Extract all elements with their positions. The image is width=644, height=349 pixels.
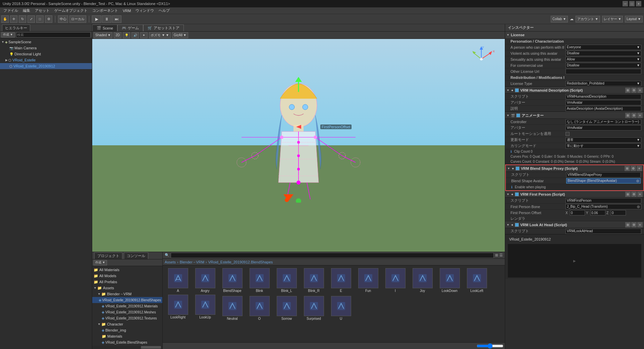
asset-item-lookdown[interactable]: LookDown	[437, 268, 462, 293]
first-person-checkbox[interactable]	[515, 192, 519, 196]
hierarchy-item-directional-light[interactable]: 💡 Directional Light	[0, 51, 92, 57]
asset-item-lookleft[interactable]: LookLeft	[464, 268, 489, 293]
asset-item-blink-l[interactable]: Blink_L	[274, 268, 299, 293]
breadcrumb-blendshapes[interactable]: VRoid_Estelle_20190912.BlendShapes	[208, 260, 273, 264]
project-tab[interactable]: プロジェクト	[94, 252, 122, 259]
asset-item-blink[interactable]: Blink	[247, 268, 272, 293]
asset-item-o[interactable]: O	[247, 296, 272, 320]
blend-shape-icon-1[interactable]: ⊞	[625, 166, 630, 171]
license-type-value[interactable]: Redistribution_Prohibited ▼	[566, 81, 641, 86]
scene-vfx-btn[interactable]: ✦	[140, 32, 148, 38]
console-tab[interactable]: コンソール	[124, 252, 148, 259]
transform-scale-tool[interactable]: ⤢	[28, 15, 35, 23]
transform-move-tool[interactable]: ✛	[10, 15, 17, 23]
project-item-textures[interactable]: ◈ VRoid_Estelle_20190912.Textures	[92, 315, 162, 321]
asset-item-sorrow[interactable]: Sorrow	[274, 296, 299, 320]
license-url-value[interactable]	[566, 69, 641, 74]
project-scrollbar[interactable]	[92, 346, 162, 349]
humanoid-section-header[interactable]: ▼ ✦ VRM Humanoid Description (Script) ⊞ …	[505, 87, 644, 94]
project-item-materials-file[interactable]: ◈ VRoid_Estelle_20190912.Materials	[92, 303, 162, 309]
project-scrollbar-thumb[interactable]	[141, 346, 161, 349]
menu-assets[interactable]: アセット	[33, 7, 52, 14]
blend-shape-icon-3[interactable]: ≡	[637, 166, 642, 171]
project-item-materials-folder[interactable]: 📁 Materials	[92, 333, 162, 339]
menu-component[interactable]: コンポーネント	[90, 7, 120, 14]
menu-window[interactable]: ウィンドウ	[133, 7, 156, 14]
project-item-blender-vrm[interactable]: ▼ 📁 Blender→VRM	[92, 291, 162, 297]
pause-button[interactable]: ⏸	[102, 15, 111, 23]
maximize-button[interactable]: □	[629, 1, 635, 6]
script-blend-value[interactable]: VRMBlendShapeProxy	[566, 172, 641, 178]
gfx-dropdown[interactable]: GizAll ▼	[172, 32, 188, 38]
humanoid-checkbox[interactable]	[515, 88, 519, 92]
collab-dropdown[interactable]: Collab ▼	[551, 16, 568, 22]
description-value[interactable]: AvatarDescription (AvatarDescription)	[566, 106, 641, 111]
hierarchy-create-button[interactable]: 作成 ▼	[1, 32, 15, 38]
scene-audio-btn[interactable]: 🔊	[131, 32, 139, 38]
controller-value[interactable]: なし (ランタイム アニメーター コントローラー)	[566, 119, 641, 124]
hierarchy-item-main-camera[interactable]: 📷 Main Camera	[0, 45, 92, 51]
culling-mode-value[interactable]: 常に動かす ▼	[566, 143, 641, 149]
asset-zoom-slider[interactable]	[477, 343, 503, 349]
asset-item-fun[interactable]: Fun	[356, 268, 381, 293]
project-item-meshes[interactable]: ◈ VRoid_Estelle_20190912.Meshes	[92, 309, 162, 315]
menu-vrm[interactable]: VRM	[121, 8, 133, 13]
breadcrumb-blender-vrm[interactable]: Blender→VRM	[180, 260, 204, 264]
hierarchy-tab[interactable]: ヒエラルキー	[2, 24, 30, 31]
avatar-humanoid-value[interactable]: VrmAvatar	[566, 100, 641, 105]
asset-item-joy[interactable]: Joy	[410, 268, 435, 293]
script-fp-value[interactable]: VRMFirstPerson	[566, 198, 641, 203]
project-item-estelle-blendshapes[interactable]: ◈ VRoid_Estelle.BlendShapes	[92, 339, 162, 345]
asset-item-a[interactable]: A	[165, 268, 191, 293]
scene-view[interactable]: FirstPersonOffset X Y	[92, 39, 505, 252]
project-item-character[interactable]: ▼ 📁 Character	[92, 321, 162, 327]
first-person-section-header[interactable]: ▼ ✦ VRM First Person (Script) ⊞ ⚙ ≡	[505, 191, 644, 198]
commercial-value[interactable]: Disallow ▼	[566, 63, 641, 68]
project-item-assets[interactable]: ▼ 📁 Assets	[92, 285, 162, 291]
step-button[interactable]: ⏭	[112, 15, 121, 23]
fp-offset-y[interactable]	[590, 210, 605, 215]
project-item-all-materials[interactable]: 📁 All Materials	[92, 267, 162, 273]
animator-checkbox[interactable]	[516, 113, 520, 117]
layers-dropdown[interactable]: レイヤー ▼	[602, 16, 623, 22]
asset-item-blendshape[interactable]: BlendShape	[220, 268, 245, 293]
transform-all-tool[interactable]: ⚙	[45, 15, 52, 23]
humanoid-icon-2[interactable]: ⚙	[631, 88, 637, 93]
tab-game[interactable]: 🎮 ゲーム	[117, 24, 143, 31]
asset-search-input[interactable]	[171, 253, 494, 258]
animator-icon-2[interactable]: ⚙	[631, 113, 637, 118]
tab-asset-store[interactable]: 🛒 アセットストア	[143, 24, 184, 31]
asset-item-lookup[interactable]: LookUp	[193, 295, 218, 320]
look-at-icon-2[interactable]: ⚙	[631, 222, 637, 228]
humanoid-icon-3[interactable]: ≡	[637, 88, 643, 93]
animator-icon-1[interactable]: ⊞	[625, 113, 631, 118]
hierarchy-item-samplescene[interactable]: ▼ ◈ SampleScene	[0, 39, 92, 45]
blend-avatar-value[interactable]: BlendShape (BlendShapeAvatar) ◎	[566, 178, 641, 184]
animator-section-header[interactable]: ▼ 🎬 アニメーター ⊞ ⚙ ≡	[505, 112, 644, 119]
play-button[interactable]: ▶	[92, 15, 101, 23]
look-at-section-header[interactable]: ▼ ✦ VRM Look At Head (Script) ⊞ ⚙ ≡	[505, 221, 644, 228]
transform-rect-tool[interactable]: □	[36, 15, 44, 23]
shading-dropdown[interactable]: Shaded ▼	[94, 32, 112, 38]
asset-item-lookright[interactable]: LookRight	[165, 295, 191, 320]
blend-shape-icon-2[interactable]: ⚙	[631, 166, 636, 171]
scene-lighting-btn[interactable]: 💡	[123, 32, 130, 38]
violent-value[interactable]: Disallow ▼	[566, 51, 641, 56]
menu-gameobject[interactable]: ゲームオブジェクト	[52, 7, 90, 14]
breadcrumb-assets[interactable]: Assets	[165, 260, 176, 264]
blend-shape-section-header[interactable]: ▼ ✦ VRM Blend Shape Proxy (Script) ⊞ ⚙ ≡	[506, 165, 643, 172]
project-item-all-models[interactable]: 📁 All Models	[92, 273, 162, 279]
asset-item-angry[interactable]: Angry	[193, 268, 218, 293]
transform-hand-tool[interactable]: ✋	[1, 15, 9, 23]
gizmo-dropdown[interactable]: ポズモ ▼ ▼	[149, 32, 171, 38]
root-motion-checkbox[interactable]	[566, 132, 570, 136]
menu-help[interactable]: ヘルプ	[157, 7, 172, 14]
update-mode-value[interactable]: 通常 ▼	[566, 137, 641, 143]
project-item-blendshapes-selected[interactable]: ◈ VRoid_Estelle_20190912.BlendShapes	[92, 297, 162, 303]
close-button[interactable]: ×	[636, 1, 641, 6]
asset-item-blink-r[interactable]: Blink_R	[301, 268, 326, 293]
hierarchy-item-vroid-estelle[interactable]: ▶ ⬡ VRoid_Estelle	[0, 57, 92, 63]
script-lookat-value[interactable]: VRMLookAtHead	[566, 229, 641, 234]
menu-file[interactable]: ファイル	[1, 7, 20, 14]
blend-shape-checkbox[interactable]	[516, 166, 520, 170]
